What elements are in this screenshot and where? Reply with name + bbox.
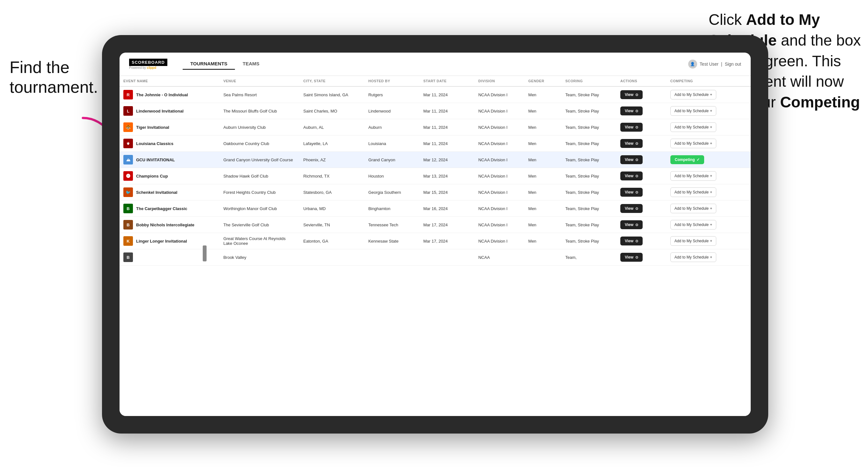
event-name-text: Schenkel Invitational xyxy=(136,190,177,195)
hosted-by-cell: Tennessee Tech xyxy=(364,217,420,233)
event-name-cell: L Lindenwood Invitational xyxy=(123,106,216,116)
start-date-cell: Mar 15, 2024 xyxy=(420,184,475,200)
team-logo: 🅗 xyxy=(123,171,133,181)
powered-by: Powered by clippd xyxy=(129,66,170,69)
add-to-schedule-button[interactable]: Add to My Schedule + xyxy=(670,106,716,116)
view-icon: ⊙ xyxy=(635,207,638,211)
gender-cell: Men xyxy=(524,86,561,103)
col-header-date: START DATE xyxy=(420,76,475,86)
city-cell: Sevierville, TN xyxy=(300,217,365,233)
start-date-cell: Mar 11, 2024 xyxy=(420,119,475,135)
actions-cell: View ⊙ xyxy=(617,233,666,249)
actions-cell: View ⊙ xyxy=(617,184,666,200)
add-schedule-label: Add to My Schedule xyxy=(675,92,709,97)
city-cell: Richmond, TX xyxy=(300,168,365,184)
gender-cell: Men xyxy=(524,152,561,168)
division-cell: NCAA Division I xyxy=(474,217,524,233)
venue-cell: Oakbourne Country Club xyxy=(220,135,300,152)
view-button[interactable]: View ⊙ xyxy=(620,123,643,132)
scoring-cell: Team, Stroke Play xyxy=(561,119,617,135)
scoring-cell: Team, Stroke Play xyxy=(561,184,617,200)
sign-out-link[interactable]: Sign out xyxy=(725,62,741,67)
scoring-cell: Team, Stroke Play xyxy=(561,103,617,119)
table-row: 🐯 Tiger Invitational Auburn University C… xyxy=(120,119,751,135)
table-container[interactable]: EVENT NAME VENUE CITY, STATE HOSTED BY S… xyxy=(120,76,751,416)
table-row: 🐦 Schenkel Invitational Forest Heights C… xyxy=(120,184,751,200)
hosted-by-cell: Binghamton xyxy=(364,200,420,217)
division-cell: NCAA Division I xyxy=(474,184,524,200)
gender-cell: Men xyxy=(524,200,561,217)
city-cell: Statesboro, GA xyxy=(300,184,365,200)
start-date-cell: Mar 12, 2024 xyxy=(420,152,475,168)
event-name-cell: 🐯 Tiger Invitational xyxy=(123,122,216,132)
gender-cell xyxy=(524,249,561,266)
competing-cell: Competing ✓ xyxy=(666,152,751,168)
view-button[interactable]: View ⊙ xyxy=(620,237,643,245)
division-cell: NCAA Division I xyxy=(474,152,524,168)
view-button[interactable]: View ⊙ xyxy=(620,253,643,262)
venue-cell: Great Waters Course At Reynolds Lake Oco… xyxy=(220,233,300,249)
view-button[interactable]: View ⊙ xyxy=(620,188,643,197)
tab-teams[interactable]: TEAMS xyxy=(235,58,267,70)
competing-cell: Add to My Schedule + xyxy=(666,103,751,119)
table-row: B Bobby Nichols Intercollegiate The Sevi… xyxy=(120,217,751,233)
col-header-actions: ACTIONS xyxy=(617,76,666,86)
event-name-text: Louisiana Classics xyxy=(136,141,174,146)
view-icon: ⊙ xyxy=(635,223,638,227)
venue-cell: Shadow Hawk Golf Club xyxy=(220,168,300,184)
add-to-schedule-button[interactable]: Add to My Schedule + xyxy=(670,236,716,246)
competing-cell: Add to My Schedule + xyxy=(666,119,751,135)
view-button[interactable]: View ⊙ xyxy=(620,220,643,229)
actions-cell: View ⊙ xyxy=(617,103,666,119)
competing-cell: Add to My Schedule + xyxy=(666,249,751,266)
team-logo: B xyxy=(123,252,133,262)
add-to-schedule-button[interactable]: Add to My Schedule + xyxy=(670,90,716,99)
view-icon: ⊙ xyxy=(635,93,638,97)
table-row: B Brook ValleyNCAATeam, View ⊙ Add to My… xyxy=(120,249,751,266)
venue-cell: Worthington Manor Golf Club xyxy=(220,200,300,217)
start-date-cell: Mar 16, 2024 xyxy=(420,200,475,217)
view-button[interactable]: View ⊙ xyxy=(620,106,643,115)
add-to-schedule-button[interactable]: Add to My Schedule + xyxy=(670,139,716,148)
competing-cell: Add to My Schedule + xyxy=(666,233,751,249)
add-to-schedule-button[interactable]: Add to My Schedule + xyxy=(670,122,716,132)
view-icon: ⊙ xyxy=(635,125,638,129)
team-logo: 🐦 xyxy=(123,187,133,197)
plus-icon: + xyxy=(710,222,712,227)
competing-button[interactable]: Competing ✓ xyxy=(670,155,705,164)
table-row: ⚜ Louisiana Classics Oakbourne Country C… xyxy=(120,135,751,152)
view-button[interactable]: View ⊙ xyxy=(620,204,643,213)
division-cell: NCAA Division I xyxy=(474,103,524,119)
add-schedule-label: Add to My Schedule xyxy=(675,190,709,194)
add-to-schedule-button[interactable]: Add to My Schedule + xyxy=(670,252,716,262)
event-name-cell: R The Johnnie - O Individual xyxy=(123,90,216,99)
view-button[interactable]: View ⊙ xyxy=(620,172,643,180)
division-cell: NCAA Division I xyxy=(474,200,524,217)
scoring-cell: Team, Stroke Play xyxy=(561,152,617,168)
city-cell: Eatonton, GA xyxy=(300,233,365,249)
start-date-cell xyxy=(420,249,475,266)
view-icon: ⊙ xyxy=(635,190,638,194)
view-button[interactable]: View ⊙ xyxy=(620,90,643,99)
view-button[interactable]: View ⊙ xyxy=(620,155,643,164)
view-icon: ⊙ xyxy=(635,174,638,178)
user-name: Test User xyxy=(700,62,718,67)
nav-tabs: TOURNAMENTS TEAMS xyxy=(183,58,267,70)
division-cell: NCAA Division I xyxy=(474,119,524,135)
venue-cell: Grand Canyon University Golf Course xyxy=(220,152,300,168)
app-header: SCOREBOARD Powered by clippd TOURNAMENTS… xyxy=(120,53,751,76)
add-schedule-label: Add to My Schedule xyxy=(675,206,709,211)
hosted-by-cell: Grand Canyon xyxy=(364,152,420,168)
col-header-scoring: SCORING xyxy=(561,76,617,86)
add-to-schedule-button[interactable]: Add to My Schedule + xyxy=(670,204,716,213)
gender-cell: Men xyxy=(524,103,561,119)
add-to-schedule-button[interactable]: Add to My Schedule + xyxy=(670,171,716,181)
view-button[interactable]: View ⊙ xyxy=(620,139,643,148)
add-to-schedule-button[interactable]: Add to My Schedule + xyxy=(670,220,716,229)
add-to-schedule-button[interactable]: Add to My Schedule + xyxy=(670,187,716,197)
actions-cell: View ⊙ xyxy=(617,200,666,217)
tab-tournaments[interactable]: TOURNAMENTS xyxy=(183,58,235,70)
gender-cell: Men xyxy=(524,184,561,200)
table-row: ⛰ GCU INVITATIONAL Grand Canyon Universi… xyxy=(120,152,751,168)
division-cell: NCAA Division I xyxy=(474,135,524,152)
